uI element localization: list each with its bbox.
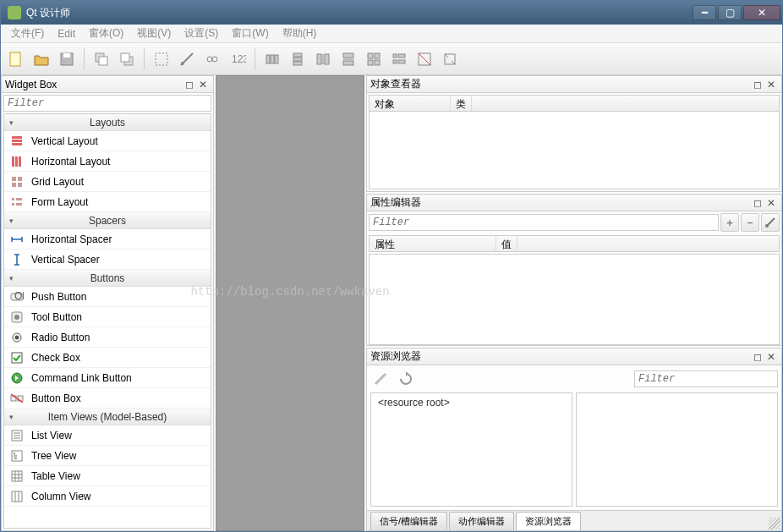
watermark-text: http://blog.csdn.net/wwkaven — [190, 285, 389, 299]
cmdlink-icon — [9, 370, 25, 386]
add-property-button[interactable]: ＋ — [720, 213, 739, 232]
col-value[interactable]: 值 — [496, 236, 517, 251]
minimize-button[interactable]: ━ — [693, 5, 716, 20]
menu-form[interactable]: 窗体(O) — [82, 25, 130, 42]
layout-h-splitter-button[interactable] — [311, 47, 335, 71]
design-canvas[interactable]: http://blog.csdn.net/wwkaven — [216, 75, 364, 531]
menu-window[interactable]: 窗口(W) — [225, 25, 275, 42]
col-property[interactable]: 属性 — [370, 236, 496, 251]
edit-widgets-button[interactable] — [150, 47, 173, 71]
svg-rect-41 — [12, 177, 16, 181]
tab-signal-slot[interactable]: 信号/槽编辑器 — [370, 512, 447, 530]
svg-rect-7 — [156, 53, 167, 65]
widget-item[interactable]: Table View — [4, 466, 211, 486]
widget-item[interactable]: Radio Button — [4, 327, 211, 348]
dock-float-button[interactable]: ◻ — [751, 79, 764, 90]
dock-float-button[interactable]: ◻ — [751, 351, 764, 363]
edit-resource-button[interactable] — [370, 369, 391, 389]
menu-help[interactable]: 帮助(H) — [276, 25, 324, 42]
widget-group-header[interactable]: ▾Item Views (Model-Based) — [4, 409, 211, 425]
widget-item[interactable]: Form Layout — [4, 192, 211, 212]
widget-group-header[interactable]: ▾Spacers — [4, 212, 211, 229]
widget-group-header[interactable]: ▾Buttons — [4, 270, 211, 287]
widget-item[interactable]: Vertical Spacer — [4, 250, 211, 270]
menu-settings[interactable]: 设置(S) — [178, 25, 225, 42]
widget-item[interactable]: Horizontal Layout — [4, 151, 211, 172]
svg-text:OK: OK — [14, 290, 24, 302]
svg-rect-36 — [12, 140, 22, 142]
toolbtn-icon — [9, 310, 25, 325]
maximize-button[interactable]: ▢ — [718, 5, 742, 20]
dock-close-button[interactable]: ✕ — [196, 79, 210, 90]
svg-rect-48 — [16, 203, 22, 206]
resize-grip[interactable] — [769, 518, 780, 529]
main-area: Widget Box ◻ ✕ ▾LayoutsVertical LayoutHo… — [1, 75, 782, 531]
object-inspector-body[interactable] — [369, 112, 780, 189]
col-class[interactable]: 类 — [451, 96, 472, 111]
widget-item[interactable]: Tree View — [4, 446, 211, 466]
dock-float-button[interactable]: ◻ — [183, 79, 196, 90]
close-button[interactable]: ✕ — [743, 5, 780, 20]
widget-item-label: Table View — [31, 470, 80, 482]
new-form-button[interactable] — [4, 47, 28, 71]
bring-front-button[interactable] — [115, 47, 139, 71]
dock-close-button[interactable]: ✕ — [764, 351, 778, 363]
dock-close-button[interactable]: ✕ — [764, 197, 778, 209]
widget-group-header[interactable]: ▾Layouts — [4, 114, 211, 131]
save-button[interactable] — [55, 47, 79, 71]
svg-rect-68 — [12, 471, 22, 481]
widget-item-label: Grid Layout — [31, 176, 84, 188]
open-button[interactable] — [30, 47, 53, 71]
tab-resource-browser[interactable]: 资源浏览器 — [516, 512, 581, 530]
dock-float-button[interactable]: ◻ — [751, 197, 764, 209]
layout-form-button[interactable] — [387, 47, 411, 71]
resource-filter-input[interactable] — [634, 370, 778, 387]
widget-item[interactable]: Tool Button — [4, 307, 211, 327]
resource-tree[interactable]: <resource root> — [370, 392, 572, 507]
adjust-size-button[interactable] — [438, 47, 462, 71]
menu-file[interactable]: 文件(F) — [4, 25, 51, 42]
widget-item[interactable]: Horizontal Spacer — [4, 229, 211, 250]
remove-property-button[interactable]: － — [741, 213, 759, 232]
svg-rect-17 — [293, 62, 302, 65]
widget-item[interactable]: Vertical Layout — [4, 131, 211, 151]
break-layout-button[interactable] — [413, 47, 436, 71]
menu-edit[interactable]: Edit — [51, 26, 82, 41]
widget-list[interactable]: ▾LayoutsVertical LayoutHorizontal Layout… — [3, 113, 211, 529]
widget-item[interactable]: Check Box — [4, 348, 211, 368]
property-filter-input[interactable] — [369, 214, 719, 231]
widget-item[interactable]: List View — [4, 425, 211, 446]
widget-filter-input[interactable] — [3, 95, 211, 112]
send-back-button[interactable] — [90, 47, 113, 71]
resource-preview[interactable] — [576, 392, 778, 507]
widget-item[interactable]: Command Link Button — [4, 368, 211, 388]
svg-rect-43 — [12, 183, 16, 187]
layout-h-button[interactable] — [260, 47, 284, 71]
svg-rect-25 — [375, 53, 380, 58]
widget-item[interactable]: Grid Layout — [4, 172, 211, 192]
widget-item[interactable]: OKPush Button — [4, 287, 211, 307]
grid-icon — [9, 174, 25, 189]
edit-signals-button[interactable] — [175, 47, 199, 71]
resource-browser-title: 资源浏览器 — [370, 349, 421, 364]
layout-v-splitter-button[interactable] — [337, 47, 360, 71]
widget-item-label: Check Box — [31, 352, 80, 364]
reload-resource-button[interactable] — [396, 369, 416, 389]
svg-point-52 — [14, 315, 19, 320]
tab-action-editor[interactable]: 动作编辑器 — [449, 512, 514, 530]
property-body[interactable] — [369, 254, 780, 345]
layout-grid-button[interactable] — [362, 47, 386, 71]
layout-v-button[interactable] — [286, 47, 309, 71]
toolbar: 123 — [1, 43, 782, 75]
titlebar: Qt 设计师 ━ ▢ ✕ — [1, 1, 782, 25]
widget-item[interactable]: Column View — [4, 486, 211, 507]
edit-buddies-button[interactable] — [200, 47, 224, 71]
dock-close-button[interactable]: ✕ — [764, 79, 778, 90]
edit-tab-order-button[interactable]: 123 — [226, 47, 249, 71]
col-object[interactable]: 对象 — [370, 96, 451, 111]
menu-view[interactable]: 视图(V) — [130, 25, 178, 42]
widget-item[interactable]: Button Box — [4, 388, 211, 409]
configure-button[interactable] — [761, 213, 780, 232]
hspacer-icon — [9, 232, 25, 247]
svg-rect-28 — [393, 54, 397, 58]
